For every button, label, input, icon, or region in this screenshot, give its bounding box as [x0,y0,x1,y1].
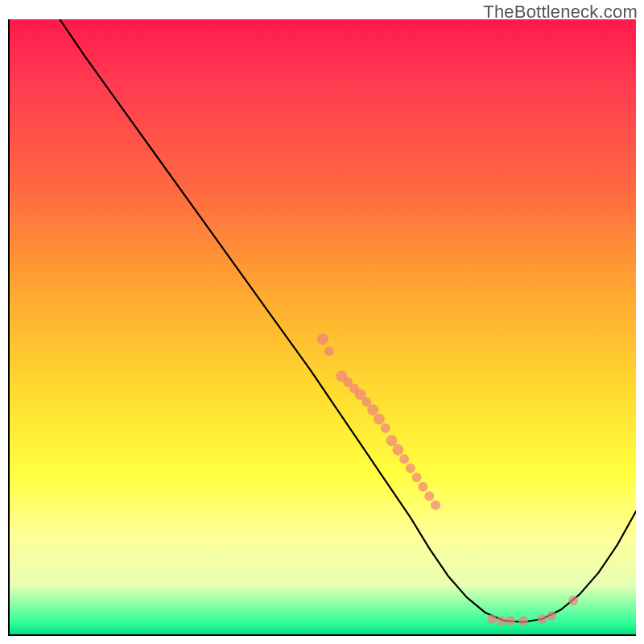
scatter-layer [10,19,636,634]
scatter-point [506,616,515,625]
scatter-point [568,596,578,605]
scatter-point [374,414,385,425]
scatter-point [381,423,390,433]
scatter-point [412,473,422,482]
scatter-point [518,616,528,625]
scatter-point [487,614,497,624]
scatter-point [399,454,409,464]
plot-area [8,19,636,636]
scatter-point [537,614,547,624]
chart-frame: TheBottleneck.com [0,0,644,644]
scatter-point [324,347,334,357]
scatter-point [386,435,398,446]
scatter-point [424,491,434,501]
scatter-point [367,404,378,415]
scatter-point [547,611,556,621]
scatter-point [406,464,415,473]
scatter-point [392,444,403,456]
scatter-point [431,501,440,510]
scatter-point [317,333,328,345]
scatter-point [497,616,506,625]
watermark-text: TheBottleneck.com [483,2,638,23]
scatter-point [418,482,427,492]
